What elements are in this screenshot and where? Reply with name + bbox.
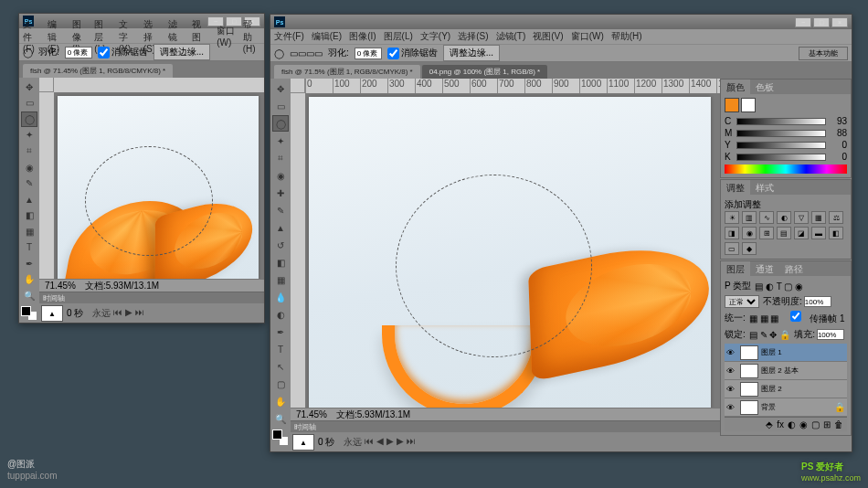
history-brush-tool[interactable]: ↺: [272, 237, 289, 253]
gradient-tool[interactable]: ▦: [272, 271, 289, 288]
eyedropper-tool[interactable]: ◉: [21, 160, 37, 175]
forward-icon[interactable]: ⏭: [135, 307, 144, 320]
visibility-icon[interactable]: 👁: [726, 366, 737, 376]
background-color[interactable]: [741, 98, 756, 112]
antialias-checkbox[interactable]: [98, 47, 110, 58]
link-icon[interactable]: ⬘: [766, 419, 773, 430]
marquee-tool[interactable]: ▭: [21, 96, 37, 111]
adjustment-icon[interactable]: ◉: [799, 419, 808, 430]
visibility-icon[interactable]: 👁: [726, 385, 737, 394]
layer-thumbnail[interactable]: [740, 364, 758, 378]
menu-select[interactable]: 选择(S): [458, 30, 488, 43]
minimize-button[interactable]: −: [795, 17, 811, 27]
gradient-tool[interactable]: ▦: [21, 224, 37, 239]
lookup-icon[interactable]: ▤: [777, 227, 791, 239]
menu-help[interactable]: 帮助(H): [243, 18, 260, 54]
color-swatch[interactable]: [272, 430, 289, 446]
exposure-icon[interactable]: ◐: [777, 211, 791, 224]
wand-tool[interactable]: ✦: [21, 128, 37, 143]
close-button[interactable]: ×: [831, 17, 848, 27]
group-icon[interactable]: ▢: [811, 419, 820, 430]
eraser-tool[interactable]: ◧: [272, 254, 289, 271]
threshold-icon[interactable]: ◧: [829, 227, 843, 239]
canvas[interactable]: [309, 97, 711, 444]
channels-tab[interactable]: 通道: [750, 261, 779, 276]
trash-icon[interactable]: 🗑: [834, 419, 843, 430]
zoom-tool[interactable]: 🔍: [21, 288, 37, 303]
lasso-tool[interactable]: ◯: [21, 111, 37, 127]
zoom-level[interactable]: 71.45%: [45, 281, 76, 291]
move-tool[interactable]: ✥: [21, 80, 37, 95]
menu-edit[interactable]: 编辑(E): [312, 30, 342, 43]
rewind-icon[interactable]: ⏮: [365, 436, 374, 449]
visibility-icon[interactable]: 👁: [726, 403, 737, 412]
brush-tool[interactable]: ✎: [272, 202, 289, 218]
propagate-checkbox[interactable]: [782, 311, 810, 322]
menu-view[interactable]: 视图(V): [533, 30, 563, 43]
move-tool[interactable]: ✥: [272, 80, 289, 97]
frame-delay[interactable]: 0 秒: [67, 307, 83, 320]
wand-tool[interactable]: ✦: [272, 133, 289, 149]
brightness-icon[interactable]: ☀: [725, 211, 739, 224]
refine-edge-button[interactable]: 调整边缘...: [443, 45, 500, 61]
curves-icon[interactable]: ∿: [759, 211, 774, 224]
crop-tool[interactable]: ⌗: [21, 143, 37, 159]
menu-type[interactable]: 文字(Y): [420, 30, 450, 43]
invert-icon[interactable]: ◪: [794, 227, 809, 239]
swatches-tab[interactable]: 色板: [750, 80, 779, 94]
zoom-tool[interactable]: 🔍: [272, 410, 289, 427]
document-tab[interactable]: fish @ 71.45% (图层 1, RGB/8/CMYK/8) *: [23, 64, 173, 78]
type-tool[interactable]: T: [21, 239, 37, 255]
workspace-button[interactable]: 基本功能: [799, 47, 848, 60]
visibility-icon[interactable]: 👁: [726, 348, 737, 357]
fx-icon[interactable]: fx: [777, 419, 784, 430]
foreground-color[interactable]: [725, 98, 739, 112]
path-tool[interactable]: ↖: [272, 358, 289, 375]
stamp-tool[interactable]: ▲: [272, 219, 289, 236]
adjustments-tab[interactable]: 调整: [721, 180, 750, 195]
y-slider[interactable]: [736, 142, 826, 149]
menu-window[interactable]: 窗口(W): [571, 30, 604, 43]
menu-help[interactable]: 帮助(H): [611, 30, 642, 43]
color-swatch[interactable]: [21, 306, 37, 321]
hue-icon[interactable]: ▦: [811, 211, 826, 224]
blend-mode-select[interactable]: 正常: [725, 295, 759, 308]
timeline-tab[interactable]: 时间轴: [39, 292, 264, 303]
layer-thumbnail[interactable]: [740, 382, 758, 397]
menu-window[interactable]: 窗口(W): [217, 25, 236, 48]
selective-color-icon[interactable]: ◆: [742, 242, 757, 255]
c-slider[interactable]: [736, 118, 826, 125]
feather-input[interactable]: [355, 48, 382, 59]
type-tool[interactable]: T: [272, 341, 289, 357]
fill-input[interactable]: [817, 329, 844, 340]
blur-tool[interactable]: 💧: [272, 289, 289, 305]
menu-layer[interactable]: 图层(L): [384, 30, 413, 43]
frame-thumbnail[interactable]: ▲: [292, 434, 314, 451]
play-icon[interactable]: ▶: [386, 436, 394, 449]
menu-filter[interactable]: 滤镜(T): [496, 30, 526, 43]
balance-icon[interactable]: ⚖: [829, 211, 843, 224]
menu-file[interactable]: 文件(F): [274, 30, 304, 43]
antialias-checkbox[interactable]: [387, 48, 399, 59]
layer-row[interactable]: 👁图层 2: [725, 380, 847, 398]
zoom-level[interactable]: 71.45%: [296, 409, 327, 419]
menu-image[interactable]: 图像(I): [349, 30, 376, 43]
pen-tool[interactable]: ✒: [21, 256, 37, 271]
stamp-tool[interactable]: ▲: [21, 192, 37, 207]
layer-row[interactable]: 👁图层 2 基本: [725, 362, 847, 380]
vibrance-icon[interactable]: ▽: [794, 211, 809, 224]
hand-tool[interactable]: ✋: [21, 272, 37, 288]
frame-thumbnail[interactable]: ▲: [41, 305, 63, 322]
layer-row[interactable]: 👁图层 1: [725, 344, 847, 362]
layer-thumbnail[interactable]: [740, 345, 758, 360]
shape-tool[interactable]: ▢: [272, 376, 289, 392]
m-slider[interactable]: [736, 130, 826, 137]
layer-thumbnail[interactable]: [740, 400, 758, 415]
titlebar[interactable]: Ps − □ ×: [270, 15, 852, 29]
color-tab[interactable]: 颜色: [721, 80, 750, 94]
crop-tool[interactable]: ⌗: [272, 150, 289, 166]
refine-edge-button[interactable]: 调整边缘...: [153, 44, 210, 60]
forward-icon[interactable]: ⏭: [407, 436, 416, 449]
layers-tab[interactable]: 图层: [721, 261, 750, 276]
timeline-tab[interactable]: 时间轴: [291, 421, 720, 432]
